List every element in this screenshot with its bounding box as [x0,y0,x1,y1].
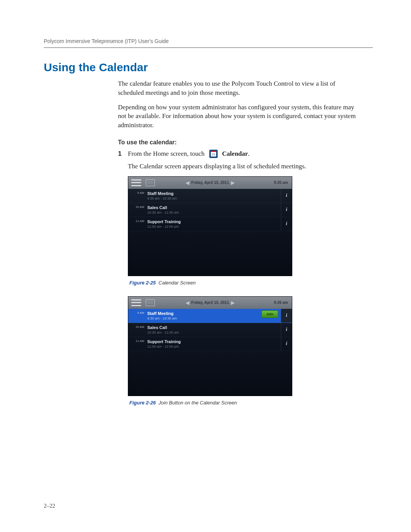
chevron-right-icon[interactable]: ▶ [231,180,234,185]
meeting-hour: 9 AM [128,189,147,203]
meeting-time: 9:30 am - 10:30 am [147,316,281,320]
info-icon: i [286,221,287,227]
section-heading: Using the Calendar [44,61,373,74]
figure-caption: Figure 2-25 Calendar Screen [129,280,362,286]
meeting-row[interactable]: 9 AM Staff Meeting 9:30 am - 10:30 am i [128,189,292,203]
header-rule [44,47,373,48]
meeting-hour: 11 AM [128,337,147,351]
meeting-hour: 10 AM [128,323,147,337]
calendar-screen-join: ◀ Friday, April 15, 2011 ▶ 9:26 am 9 AM … [128,296,292,396]
meeting-title: Support Training [147,339,281,344]
procedure-subhead: To use the calendar: [118,139,362,146]
current-time: 9:26 am [274,300,288,305]
chevron-left-icon[interactable]: ◀ [186,300,189,305]
meeting-time: 10:30 am - 11:00 am [147,331,281,334]
join-button[interactable]: Join [261,310,278,318]
current-date: Friday, April 15, 2011 [191,300,229,305]
chevron-right-icon[interactable]: ▶ [231,300,234,305]
meeting-time: 11:00 am - 12:00 pm [147,225,281,228]
calendar-icon-day: 23 [211,151,216,157]
chevron-left-icon[interactable]: ◀ [186,180,189,185]
meeting-time: 10:30 am - 11:00 am [147,211,281,214]
date-selector[interactable]: ◀ Friday, April 15, 2011 ▶ [128,300,292,305]
intro-paragraph-1: The calendar feature enables you to use … [118,79,362,97]
page-number: 2–22 [44,503,55,509]
meeting-hour: 11 AM [128,217,147,231]
step-text-pre: From the Home screen, touch [128,150,205,158]
meeting-time: 9:30 am - 10:30 am [147,197,281,200]
intro-paragraph-2: Depending on how your system administrat… [118,103,362,130]
figure-2-25: ◀ Friday, April 15, 2011 ▶ 9:20 am 9 AM … [128,176,362,286]
meeting-row[interactable]: 10 AM Sales Call 10:30 am - 11:00 am i [128,323,292,337]
meeting-title: Sales Call [147,325,281,330]
info-button[interactable]: i [281,189,292,203]
meeting-hour: 9 AM [128,309,147,323]
date-selector[interactable]: ◀ Friday, April 15, 2011 ▶ [128,180,292,185]
info-icon: i [286,207,287,212]
running-header: Polycom Immersive Telepresence (ITP) Use… [44,38,373,47]
meeting-title: Sales Call [147,205,281,210]
calendar-icon: 23 [209,150,218,158]
meeting-row[interactable]: 10 AM Sales Call 10:30 am - 11:00 am i [128,203,292,217]
meeting-time: 11:00 am - 12:00 pm [147,345,281,348]
meeting-title: Support Training [147,219,281,224]
info-button[interactable]: i [281,203,292,217]
info-icon: i [286,341,287,347]
figure-2-26: ◀ Friday, April 15, 2011 ▶ 9:26 am 9 AM … [128,296,362,406]
meeting-hour: 10 AM [128,203,147,217]
calendar-screen: ◀ Friday, April 15, 2011 ▶ 9:20 am 9 AM … [128,176,292,276]
step-number: 1 [118,150,123,158]
info-icon: i [286,193,287,198]
screen-topbar: ◀ Friday, April 15, 2011 ▶ 9:20 am [128,177,292,189]
meeting-title: Staff Meeting [147,191,281,196]
current-date: Friday, April 15, 2011 [191,181,229,185]
meeting-title: Staff Meeting [147,311,281,316]
screen-topbar: ◀ Friday, April 15, 2011 ▶ 9:26 am [128,297,292,309]
meeting-row[interactable]: 11 AM Support Training 11:00 am - 12:00 … [128,217,292,231]
info-button[interactable]: i [281,217,292,231]
figure-caption: Figure 2-26 Join Button on the Calendar … [129,400,362,406]
info-button[interactable]: i [281,323,292,337]
info-button[interactable]: i [281,309,292,323]
info-icon: i [286,313,287,318]
step-1: 1 From the Home screen, touch 23 Calenda… [118,150,362,158]
calendar-label: Calendar [222,150,248,157]
step-1-result: The Calendar screen appears displaying a… [128,162,362,171]
info-button[interactable]: i [281,337,292,351]
meeting-row[interactable]: 11 AM Support Training 11:00 am - 12:00 … [128,337,292,351]
current-time: 9:20 am [274,181,288,185]
info-icon: i [286,327,287,332]
